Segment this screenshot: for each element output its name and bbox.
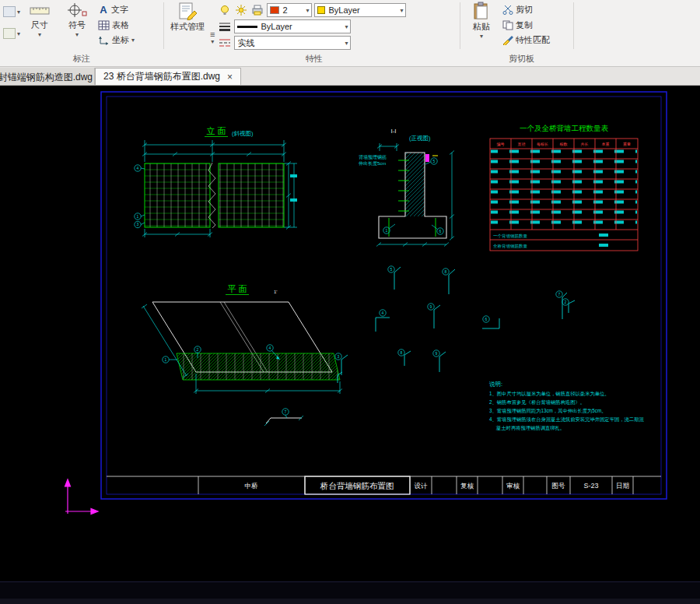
layer-select[interactable]: ByLayer ▾: [314, 3, 406, 17]
paste-button-label: 粘贴: [473, 21, 490, 33]
drawing-viewport[interactable]: 立 面 (斜视图): [0, 86, 700, 581]
plan-dimensions: [142, 304, 342, 394]
chevron-down-icon: ▾: [211, 39, 214, 44]
plan-title: 平 面: [227, 284, 247, 293]
layer-value: ByLayer: [328, 5, 359, 15]
color-select[interactable]: 2 ▾: [267, 3, 312, 17]
notes-line-1: 1、图中尺寸均以厘米为单位，钢筋直径以毫米为单位。: [489, 391, 610, 397]
table-icon: [98, 20, 110, 30]
ribbon-main-row: ▾ ▾ 尺寸 ▾ 符号 ▾ A文字 表格 坐标▾: [0, 0, 700, 51]
chevron-down-icon: ▾: [345, 24, 348, 30]
lineweight-select[interactable]: ByLayer ▾: [234, 19, 351, 33]
notes-line-3: 3、背墙预埋钢筋间距为13cm，其中伸出长度为5cm。: [489, 408, 606, 414]
svg-text:6: 6: [485, 317, 488, 321]
quantity-table: 一个及全桥背墙工程数量表 编号 直径 每根长 根数 共长: [490, 124, 638, 251]
panel-label-properties: 特性: [166, 53, 462, 65]
elevation-subtitle: (斜视图): [232, 130, 254, 137]
layer-swatch: [317, 6, 325, 14]
printer-icon[interactable]: [250, 4, 264, 16]
notes-heading: 说明:: [489, 381, 502, 388]
svg-text:根数: 根数: [560, 142, 568, 146]
scissors-icon: [502, 5, 513, 15]
chevron-down-icon: ▾: [75, 32, 79, 37]
paste-button[interactable]: 粘贴 ▾: [463, 1, 500, 39]
chevron-down-icon: ▾: [345, 40, 348, 46]
chevron-down-icon: ▾: [306, 8, 309, 13]
style-manager-label: 样式管理: [170, 21, 205, 33]
svg-text:4: 4: [382, 311, 384, 315]
toolbar-mini-button[interactable]: ▾: [3, 24, 20, 43]
chevron-down-icon: ▾: [17, 9, 20, 15]
svg-text:6: 6: [439, 229, 442, 234]
titleblock-bridge: 中桥: [245, 482, 259, 490]
ruler-icon: [30, 2, 50, 19]
tab-drawing-2-label: 23 桥台背墙钢筋布置图.dwg: [103, 70, 220, 83]
notes-line-4: 4、背墙预埋钢筋须在台身混凝土浇筑前安装完毕并固定牢固，浇二期混: [489, 416, 644, 423]
symbol-button[interactable]: 符号 ▾: [58, 1, 96, 37]
svg-text:每根长: 每根长: [537, 142, 548, 147]
titleblock-check: 复核: [460, 482, 474, 490]
section-subtitle: (正视图): [409, 135, 431, 142]
coordinate-button-label: 坐标: [112, 34, 129, 46]
svg-text:单重: 单重: [602, 142, 610, 146]
rebar-shape-details: [338, 267, 575, 383]
tab-drawing-1[interactable]: 封锚端钢筋构造图.dwg: [0, 68, 95, 85]
svg-text:1: 1: [386, 228, 388, 233]
chevron-down-icon: ▾: [38, 32, 41, 37]
coordinate-button[interactable]: 坐标▾: [96, 33, 136, 47]
svg-text:共长: 共长: [581, 142, 589, 146]
plan-section-mark: 1': [274, 290, 277, 294]
clipboard-small-buttons: 剪切 复制 特性匹配: [500, 1, 552, 49]
quantity-table-footer-1: 一个背墙钢筋数量: [493, 234, 528, 239]
dimension-button[interactable]: 尺寸 ▾: [21, 1, 58, 37]
linetype-select[interactable]: 实线 ▾: [234, 36, 351, 50]
notes-block: 说明: 1、图中尺寸均以厘米为单位，钢筋直径以毫米为单位。 2、钢筋布置参见《桥…: [489, 381, 644, 431]
chevron-down-icon: ▾: [400, 8, 403, 13]
tab-drawing-2[interactable]: 23 桥台背墙钢筋布置图.dwg ×: [95, 68, 241, 85]
panel-label-clipboard: 剪切板: [465, 53, 578, 65]
svg-text:9: 9: [436, 351, 438, 356]
linetype-icon[interactable]: [218, 37, 232, 49]
section-embed-mark: [425, 154, 429, 162]
toolbar-mini-button[interactable]: ▾: [3, 2, 20, 21]
elevation-rebar-panels: [145, 163, 284, 228]
datum-symbol-icon: [67, 2, 87, 19]
style-manager-icon: [177, 2, 198, 20]
cut-button[interactable]: 剪切: [501, 2, 551, 17]
copy-button[interactable]: 复制: [501, 18, 551, 33]
titleblock-drawing-title: 桥台背墙钢筋布置图: [320, 481, 394, 490]
svg-text:编号: 编号: [497, 142, 505, 146]
sun-icon[interactable]: [234, 4, 248, 16]
brush-icon: [502, 35, 513, 45]
svg-text:2: 2: [565, 300, 567, 304]
svg-text:直径: 直径: [518, 142, 526, 146]
panel-label-annotation: 标注: [0, 53, 163, 65]
tab-close-icon[interactable]: ×: [227, 72, 233, 83]
symbol-button-label: 符号: [68, 19, 86, 31]
svg-text:8: 8: [401, 350, 403, 355]
style-manager-button[interactable]: 样式管理: [166, 1, 208, 33]
svg-text:8: 8: [445, 269, 447, 274]
style-menu-button[interactable]: ≡ ▾: [208, 1, 216, 47]
lightbulb-icon[interactable]: [218, 4, 232, 16]
ribbon-group-annotation: ▾ ▾ 尺寸 ▾ 符号 ▾ A文字 表格 坐标▾: [0, 0, 163, 51]
cad-application-window: ▾ ▾ 尺寸 ▾ 符号 ▾ A文字 表格 坐标▾: [0, 0, 700, 604]
section-note-1: 背墙预埋钢筋: [359, 154, 387, 160]
lineweight-value: ByLayer: [261, 22, 292, 31]
text-button[interactable]: A文字: [96, 2, 136, 17]
svg-text:4: 4: [137, 166, 139, 170]
lineweight-icon[interactable]: [218, 20, 232, 33]
table-button[interactable]: 表格: [96, 18, 136, 33]
svg-text:2: 2: [197, 347, 199, 352]
match-properties-button[interactable]: 特性匹配: [501, 33, 551, 47]
tool-icon: [3, 6, 16, 17]
lineweight-preview: [237, 26, 257, 28]
dimension-button-label: 尺寸: [31, 19, 48, 31]
command-line-area[interactable]: [0, 581, 700, 604]
svg-text:7: 7: [285, 409, 287, 414]
color-swatch: [270, 6, 279, 14]
properties-controls: 2 ▾ ByLayer ▾ ByLayer: [216, 1, 406, 50]
svg-text:1: 1: [137, 214, 139, 219]
rebar-detail-callouts: [335, 266, 569, 360]
toolbar-overflow-icons: ▾ ▾: [2, 1, 21, 44]
